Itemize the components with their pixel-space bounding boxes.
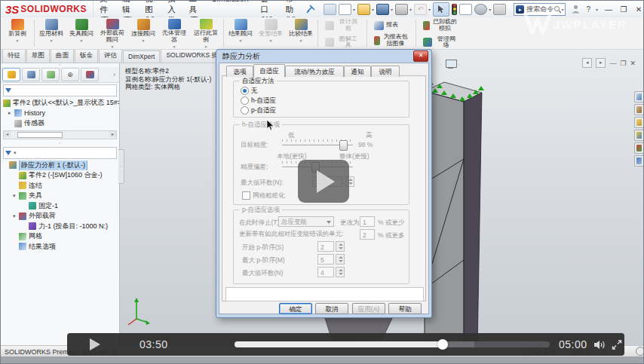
radio-1[interactable] xyxy=(241,96,249,105)
toolbar-button-connections-advisor[interactable]: 连接顾问▼ xyxy=(128,17,158,49)
fm-tabs-overflow-icon[interactable]: › xyxy=(113,71,118,78)
scroll-right-icon[interactable]: ▸ xyxy=(109,131,116,137)
decals-icon[interactable] xyxy=(634,130,643,141)
update-percent-input[interactable]: 2 xyxy=(360,229,375,240)
start-p-order-spinner[interactable] xyxy=(336,241,345,252)
study-tree-item-fixtures[interactable]: ▾夹具 xyxy=(1,191,119,201)
toolbar-button-results-advisor[interactable]: 结果顾问▼ xyxy=(225,17,256,49)
print-icon[interactable] xyxy=(395,4,408,15)
panel-splitter-2[interactable]: ◦ xyxy=(1,141,119,145)
dialog-close-icon[interactable]: ✕ xyxy=(413,50,428,62)
custom-properties-icon[interactable] xyxy=(634,155,643,167)
study-tree-item-external-loads[interactable]: ▾外部载荷 xyxy=(1,211,119,222)
home-icon[interactable] xyxy=(634,91,643,102)
dialog-title-bar[interactable]: 静应力分析 ✕ xyxy=(219,50,429,63)
dialog-tab-0[interactable]: 选项 xyxy=(226,66,253,77)
command-tab-4[interactable]: 评估 xyxy=(99,49,122,63)
caret-icon[interactable]: ▾ xyxy=(13,193,19,199)
fm-root-row[interactable]: 零件2 (默认<<默认>_显示状态 15#> xyxy=(1,98,119,109)
p-max-loops-spinner[interactable] xyxy=(336,267,345,277)
open-document-icon[interactable] xyxy=(357,4,370,15)
p-max-loops-input[interactable]: 4 xyxy=(317,267,334,277)
doc-close-icon[interactable]: ✕ xyxy=(630,60,636,67)
fm-filter-box[interactable] xyxy=(3,84,117,96)
fullscreen-icon[interactable] xyxy=(612,340,622,350)
fm-tree-item[interactable]: ▸History xyxy=(1,109,119,119)
command-tab-0[interactable]: 特征 xyxy=(2,49,26,63)
new-document-icon[interactable] xyxy=(339,4,351,15)
dialog-button-3[interactable]: 帮助 xyxy=(388,303,422,314)
panel-collapse-handle[interactable]: ◦ xyxy=(118,149,124,184)
study-tree-item-study[interactable]: 静应力分析 1 (-默认-) xyxy=(1,161,119,171)
max-p-order-input[interactable]: 5 xyxy=(317,254,334,265)
fm-part-icon[interactable] xyxy=(2,68,20,81)
display-settings-icon[interactable] xyxy=(459,4,472,15)
save-icon[interactable] xyxy=(376,4,389,15)
gear-icon[interactable] xyxy=(474,4,487,15)
undo-icon[interactable]: ↶ xyxy=(414,4,427,15)
study-tree-item-part-material[interactable]: 零件2 (-[SW]1060 合金-) xyxy=(1,170,119,181)
dialog-tab-2[interactable]: 流动/热力效应 xyxy=(285,66,344,77)
study-filter-box[interactable]: ▾ xyxy=(3,147,117,159)
toolbar-button-report[interactable]: 报表 xyxy=(372,20,411,30)
fm-horizontal-scrollbar[interactable]: ◂ ▸ xyxy=(3,130,117,139)
toolbar-button-apply-material[interactable]: 应用材料▼ xyxy=(36,17,66,49)
toolbar-button-manage-network[interactable]: 管理网络 xyxy=(421,35,460,50)
fm-dimxpert-icon[interactable]: ⊕ xyxy=(61,68,79,81)
toolbar-button-offloaded-simulation[interactable]: 已卸载的模拟 xyxy=(421,17,460,32)
toolbar-button-fixtures-advisor[interactable]: 夹具顾问▼ xyxy=(66,17,97,49)
radio-label-2[interactable]: p-自适应 xyxy=(251,106,276,115)
fm-appearance-icon[interactable] xyxy=(81,68,99,81)
previous-window-icon[interactable]: ◂ xyxy=(582,58,592,68)
command-tab-5[interactable]: DimXpert xyxy=(123,50,160,63)
help-menu[interactable]: ? xyxy=(586,5,590,14)
search-dropdown-caret[interactable]: ▾ xyxy=(561,7,563,12)
fm-tree-item[interactable]: 传感器 xyxy=(1,118,119,129)
heads-up-toolbar[interactable]: · · xyxy=(440,59,462,69)
minimize-button[interactable]: — xyxy=(604,5,613,14)
traffic-light-icon[interactable] xyxy=(452,4,457,15)
status-tag-icon[interactable] xyxy=(636,347,644,356)
study-tree-item-mesh[interactable]: 网格 xyxy=(1,231,119,242)
dialog-button-1[interactable]: 取消 xyxy=(315,303,348,314)
target-accuracy-slider[interactable] xyxy=(339,140,348,151)
study-tree-item-connections[interactable]: 连结 xyxy=(1,181,119,191)
command-tab-2[interactable]: 曲面 xyxy=(51,49,74,63)
player-progress-bar[interactable] xyxy=(235,341,550,347)
radio-label-1[interactable]: h-自适应 xyxy=(251,96,276,106)
fm-display-icon[interactable] xyxy=(22,68,40,81)
video-play-overlay[interactable] xyxy=(298,160,349,203)
dialog-button-0[interactable]: 确定 xyxy=(279,303,312,314)
toolbar-button-compare-results[interactable]: 比较结果▼ xyxy=(286,17,316,49)
next-window-icon[interactable]: ▸ xyxy=(596,58,606,68)
caret-icon[interactable]: ▾ xyxy=(13,213,19,219)
player-play-button[interactable] xyxy=(90,338,100,350)
close-button[interactable]: ✕ xyxy=(634,5,643,14)
volume-icon[interactable] xyxy=(593,340,607,350)
dialog-tab-3[interactable]: 通知 xyxy=(344,66,371,77)
fm-configuration-icon[interactable] xyxy=(41,68,60,81)
appearances-icon[interactable] xyxy=(634,142,643,154)
scroll-left-icon[interactable]: ◂ xyxy=(4,131,11,137)
dialog-tab-4[interactable]: 说明 xyxy=(371,66,400,77)
doc-minimize-icon[interactable]: — xyxy=(609,60,616,67)
radio-2[interactable] xyxy=(241,106,249,115)
pen-icon[interactable] xyxy=(493,4,506,15)
home-icon[interactable] xyxy=(324,4,336,15)
start-p-order-input[interactable]: 2 xyxy=(317,241,334,252)
doc-restore-icon[interactable]: ❐ xyxy=(620,60,626,67)
pin-icon[interactable] xyxy=(305,4,316,14)
toolbar-button-report-image[interactable]: 为报表包括图像 xyxy=(372,32,411,47)
study-tree-item-force[interactable]: 力-1 (按条目: -1000 N:) xyxy=(1,222,119,232)
select-tool-button[interactable] xyxy=(433,2,449,17)
stop-criterion-combo[interactable]: 总应变能 xyxy=(278,216,334,227)
max-p-order-spinner[interactable] xyxy=(336,254,345,265)
change-percent-input[interactable]: 1 xyxy=(360,216,375,227)
toolbar-button-new-study[interactable]: 新算例▼ xyxy=(2,17,32,49)
command-tab-3[interactable]: 钣金 xyxy=(75,49,98,63)
restore-button[interactable]: ❐ xyxy=(619,5,628,14)
radio-0[interactable] xyxy=(241,87,249,95)
toolbar-button-run-study[interactable]: 运行此算例▼ xyxy=(190,17,222,49)
player-progress-knob[interactable] xyxy=(437,339,448,350)
command-tab-1[interactable]: 草图 xyxy=(26,49,50,63)
